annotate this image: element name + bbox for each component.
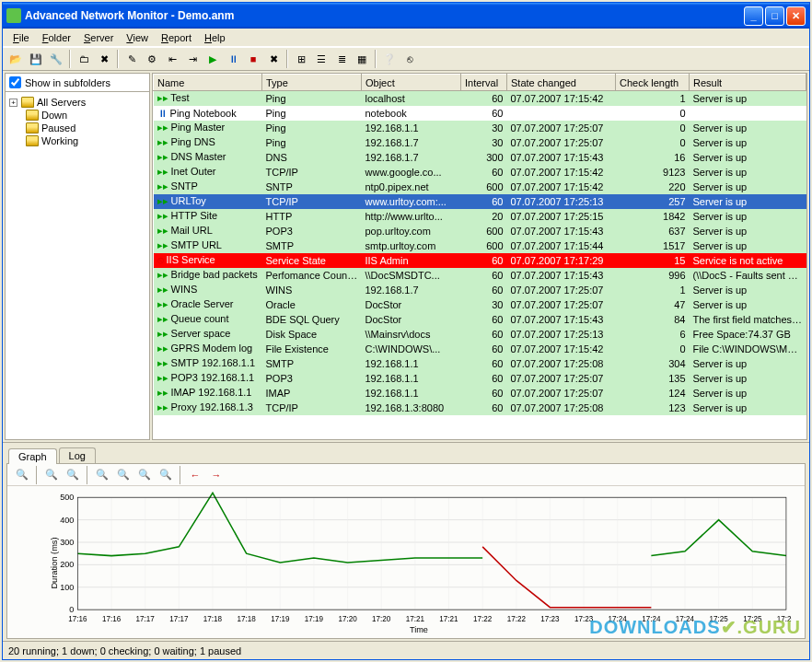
play-icon: ▸▸ [157,298,168,309]
table-row[interactable]: ▸▸ SMTP URLSMTPsmtp.urltoy.com60007.07.2… [154,238,806,253]
svg-text:200: 200 [60,560,74,569]
tree-item-paused[interactable]: Paused [9,122,145,134]
table-row[interactable]: ▸▸ TestPinglocalhost6007.07.2007 17:15:4… [154,91,806,106]
zoom-y-out-icon[interactable]: 🔍 [135,466,154,484]
folder-tree: +All ServersDownPausedWorking [6,92,149,151]
play-icon: ▸▸ [157,401,168,412]
table-row[interactable]: ▸▸ Ping MasterPing192.168.1.13007.07.200… [154,121,806,135]
table-row[interactable]: ▸▸ SMTP 192.168.1.1SMTP192.168.1.16007.0… [154,356,806,371]
svg-text:17:21: 17:21 [406,614,425,622]
titlebar[interactable]: Advanced Network Monitor - Demo.anm _ □ … [3,3,809,29]
col-interval[interactable]: Interval [461,75,507,91]
zoom-x-in-icon[interactable]: 🔍 [114,466,133,484]
zoom-x-out-icon[interactable]: 🔍 [93,466,111,484]
scroll-right-icon[interactable]: → [207,466,226,484]
remove-icon[interactable]: ✖ [264,50,283,68]
delete-icon[interactable]: ✖ [95,50,113,68]
move-right-icon[interactable]: ⇥ [183,50,202,68]
move-left-icon[interactable]: ⇤ [163,50,181,68]
table-row[interactable]: ▸▸ IMAP 192.168.1.1IMAP192.168.1.16007.0… [154,386,806,401]
col-object[interactable]: Object [362,75,461,91]
edit-icon[interactable]: ✎ [122,50,141,68]
svg-text:17:17: 17:17 [136,614,156,622]
col-result[interactable]: Result [690,75,806,91]
config-icon[interactable]: ⚙ [143,50,161,68]
maximize-button[interactable]: □ [765,6,784,26]
stop-icon: ⦸ [157,254,164,265]
close-button[interactable]: ✕ [786,6,806,26]
svg-text:17:21: 17:21 [439,614,458,622]
menu-report[interactable]: Report [155,30,198,45]
tree-item-down[interactable]: Down [9,109,145,122]
view-detail-icon[interactable]: ≣ [332,50,351,68]
svg-text:17:26: 17:26 [777,614,792,622]
help-icon[interactable]: ❔ [380,50,399,68]
table-row[interactable]: ▸▸ Queue countBDE SQL QueryDocStor6007.0… [154,312,806,327]
exit-icon[interactable]: ⎋ [400,50,419,68]
svg-text:17:24: 17:24 [609,614,628,622]
expand-icon[interactable]: + [9,99,17,107]
stop-icon[interactable]: ■ [244,50,262,68]
table-row[interactable]: ▸▸ Inet OuterTCP/IPwww.google.co...6007.… [154,165,806,180]
table-row[interactable]: ▸▸ SNTPSNTPntp0.pipex.net60007.07.2007 1… [154,180,806,194]
wrench-icon[interactable]: 🔧 [47,50,65,68]
table-row[interactable]: ▸▸ Mail URLPOP3pop.urltoy.com60007.07.20… [154,224,806,238]
table-row[interactable]: ▸▸ POP3 192.168.1.1POP3192.168.1.16007.0… [154,371,806,386]
col-name[interactable]: Name [154,75,262,91]
col-check-length[interactable]: Check length [616,75,690,91]
bottom-panel: Graph Log 🔍 🔍 🔍 🔍 🔍 🔍 🔍 ← → 010020030040… [3,442,809,641]
minimize-button[interactable]: _ [744,6,763,26]
zoom-in-icon[interactable]: 🔍 [64,466,82,484]
view-list-icon[interactable]: ☰ [312,50,331,68]
table-row[interactable]: ▸▸ DNS MasterDNS192.168.1.730007.07.2007… [154,150,806,165]
table-row[interactable]: ⏸ Ping NotebookPingnotebook600 [154,106,806,121]
zoom-y-in-icon[interactable]: 🔍 [157,466,175,484]
tab-graph[interactable]: Graph [8,448,57,464]
view-large-icon[interactable]: ⊞ [292,50,310,68]
menu-help[interactable]: Help [198,30,232,45]
table-row[interactable]: ⦸ IIS ServiceService StateIIS Admin6007.… [154,253,806,268]
table-row[interactable]: ▸▸ Proxy 192.168.1.3TCP/IP192.168.1.3:80… [154,401,806,415]
table-row[interactable]: ▸▸ Oracle ServerOracleDocStor3007.07.200… [154,297,806,312]
svg-text:17:23: 17:23 [540,614,560,622]
svg-text:300: 300 [60,538,74,547]
menu-server[interactable]: Server [77,30,120,45]
view-grid-icon[interactable]: ▦ [353,50,371,68]
scroll-left-icon[interactable]: ← [186,466,204,484]
open-icon[interactable]: 📂 [6,50,25,68]
svg-text:17:18: 17:18 [203,614,223,622]
pause-icon[interactable]: ⏸ [224,50,242,68]
svg-text:17:23: 17:23 [574,614,594,622]
zoom-select-icon[interactable]: 🔍 [13,466,31,484]
new-folder-icon[interactable]: 🗀 [75,50,93,68]
svg-text:17:20: 17:20 [338,614,357,622]
table-row[interactable]: ▸▸ Bridge bad packetsPerfomance Counter\… [154,268,806,283]
subfolders-checkbox-row[interactable]: Show in subfolders [6,74,149,92]
tree-item-all-servers[interactable]: +All Servers [9,96,145,109]
folder-icon [26,135,39,146]
tab-log[interactable]: Log [59,447,96,463]
play-icon: ▸▸ [157,372,168,383]
menu-file[interactable]: File [6,30,36,45]
menu-view[interactable]: View [120,30,155,45]
table-row[interactable]: ▸▸ HTTP SiteHTTPhttp://www.urlto...2007.… [154,209,806,224]
table-row[interactable]: ▸▸ Ping DNSPing192.168.1.73007.07.2007 1… [154,135,806,150]
tree-item-working[interactable]: Working [9,134,145,147]
duration-chart[interactable]: 010020030040050017:1617:1617:1717:1717:1… [7,486,805,638]
col-state-changed[interactable]: State changed [507,75,616,91]
server-grid[interactable]: NameTypeObjectIntervalState changedCheck… [152,73,807,440]
col-type[interactable]: Type [262,75,362,91]
menu-folder[interactable]: Folder [36,30,77,45]
zoom-out-icon[interactable]: 🔍 [42,466,61,484]
play-icon: ▸▸ [157,343,168,354]
table-row[interactable]: ▸▸ WINSWINS192.168.1.76007.07.2007 17:25… [154,283,806,297]
graph-pane: 🔍 🔍 🔍 🔍 🔍 🔍 🔍 ← → 010020030040050017:161… [6,463,806,639]
subfolders-checkbox[interactable] [9,76,21,88]
table-row[interactable]: ▸▸ Server spaceDisk Space\\Mainsrv\docs6… [154,327,806,342]
play-icon[interactable]: ▶ [203,50,222,68]
svg-text:17:17: 17:17 [169,614,189,622]
table-row[interactable]: ▸▸ URLToyTCP/IPwww.urltoy.com:...6007.07… [154,194,806,209]
svg-text:17:24: 17:24 [642,614,661,622]
save-icon[interactable]: 💾 [27,50,45,68]
table-row[interactable]: ▸▸ GPRS Modem logFile ExistenceC:\WINDOW… [154,342,806,356]
